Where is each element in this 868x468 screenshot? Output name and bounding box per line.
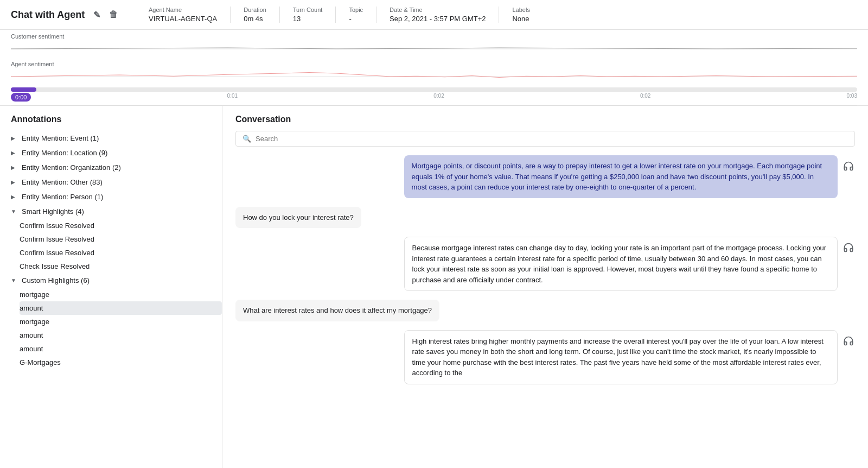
- edit-icon[interactable]: ✎: [93, 10, 100, 20]
- annotation-child-6-3[interactable]: amount: [20, 328, 222, 342]
- annotation-children-6: mortgageamountmortgageamountamountG-Mort…: [0, 288, 222, 369]
- search-input[interactable]: [256, 135, 848, 143]
- agent-sentiment-chart: [11, 68, 857, 85]
- annotation-group-label-1: Entity Mention: Location (9): [22, 149, 107, 157]
- annotation-group-2[interactable]: ▶Entity Mention: Organization (2): [0, 160, 222, 175]
- annotation-children-5: Confirm Issue ResolvedConfirm Issue Reso…: [0, 219, 222, 273]
- agent-bubble-0: Mortgage points, or discount points, are…: [404, 155, 838, 198]
- annotation-child-5-0[interactable]: Confirm Issue Resolved: [20, 219, 222, 232]
- timeline-labels: 0:00 0:01 0:02 0:02 0:03: [11, 93, 857, 105]
- annotation-group-5[interactable]: ▼Smart Highlights (4)Confirm Issue Resol…: [0, 204, 222, 273]
- agent-sentiment-label: Agent sentiment: [11, 59, 857, 68]
- message-row-2: Because mortgage interest rates can chan…: [235, 237, 855, 291]
- search-bar[interactable]: 🔍: [235, 131, 855, 147]
- header-meta-topic: Topic-: [335, 7, 376, 23]
- meta-label-2: Turn Count: [293, 7, 323, 13]
- user-bubble-1: How do you lock your interest rate?: [235, 207, 361, 229]
- annotation-child-5-2[interactable]: Confirm Issue Resolved: [20, 246, 222, 260]
- annotations-groups: ▶Entity Mention: Event (1)▶Entity Mentio…: [0, 131, 222, 369]
- chevron-icon-6: ▼: [11, 277, 17, 283]
- meta-value-5: None: [512, 15, 529, 23]
- search-icon: 🔍: [242, 135, 251, 143]
- message-row-1: How do you lock your interest rate?: [235, 207, 855, 229]
- message-row-0: Mortgage points, or discount points, are…: [235, 155, 855, 198]
- page-title: Chat with Agent: [11, 9, 85, 21]
- customer-sentiment-label: Customer sentiment: [11, 30, 857, 41]
- annotation-group-header-3[interactable]: ▶Entity Mention: Other (83): [0, 175, 222, 189]
- chevron-icon-2: ▶: [11, 165, 17, 170]
- page-header: Chat with Agent ✎ 🗑 Agent NameVIRTUAL-AG…: [0, 0, 868, 30]
- meta-label-3: Topic: [349, 7, 363, 13]
- user-bubble-3: What are interest rates and how does it …: [235, 300, 439, 321]
- annotation-group-0[interactable]: ▶Entity Mention: Event (1): [0, 131, 222, 146]
- meta-label-4: Date & Time: [390, 7, 486, 13]
- audio-icon-0[interactable]: [842, 160, 855, 173]
- time-label-4: 0:03: [847, 93, 857, 102]
- annotation-child-5-3[interactable]: Check Issue Resolved: [20, 260, 222, 273]
- audio-icon-4[interactable]: [842, 334, 855, 347]
- annotation-group-label-5: Smart Highlights (4): [22, 207, 84, 216]
- meta-value-0: VIRTUAL-AGENT-QA: [149, 15, 217, 23]
- customer-sentiment-chart: [11, 41, 857, 57]
- message-row-4: High interest rates bring higher monthly…: [235, 330, 855, 384]
- agent-bubble-2: Because mortgage interest rates can chan…: [404, 237, 838, 291]
- meta-label-1: Duration: [244, 7, 266, 13]
- time-label-1: 0:01: [227, 93, 238, 102]
- header-meta-labels: LabelsNone: [499, 7, 542, 23]
- chevron-icon-4: ▶: [11, 194, 17, 200]
- header-meta-turn-count: Turn Count13: [279, 7, 336, 23]
- annotation-group-header-1[interactable]: ▶Entity Mention: Location (9): [0, 146, 222, 160]
- main-content: Annotations ▶Entity Mention: Event (1)▶E…: [0, 106, 868, 468]
- agent-bubble-4: High interest rates bring higher monthly…: [404, 330, 838, 384]
- header-title-section: Chat with Agent ✎ 🗑: [11, 9, 119, 21]
- annotation-group-4[interactable]: ▶Entity Mention: Person (1): [0, 189, 222, 204]
- annotation-group-label-0: Entity Mention: Event (1): [22, 134, 99, 142]
- annotation-child-6-0[interactable]: mortgage: [20, 288, 222, 301]
- annotation-group-label-2: Entity Mention: Organization (2): [22, 163, 121, 172]
- annotation-child-6-4[interactable]: amount: [20, 342, 222, 356]
- conversation-panel[interactable]: Conversation 🔍 Mortgage points, or disco…: [222, 106, 868, 468]
- chevron-icon-0: ▶: [11, 135, 17, 141]
- annotation-child-6-2[interactable]: mortgage: [20, 315, 222, 328]
- annotation-child-5-1[interactable]: Confirm Issue Resolved: [20, 232, 222, 246]
- chevron-icon-1: ▶: [11, 150, 17, 156]
- header-meta-duration: Duration0m 4s: [230, 7, 279, 23]
- annotation-group-label-4: Entity Mention: Person (1): [22, 193, 103, 201]
- annotation-group-label-6: Custom Highlights (6): [22, 276, 90, 284]
- sentiment-section: Customer sentiment Agent sentiment 0:00 …: [0, 30, 868, 106]
- header-meta: Agent NameVIRTUAL-AGENT-QADuration0m 4sT…: [136, 7, 857, 23]
- annotation-group-6[interactable]: ▼Custom Highlights (6)mortgageamountmort…: [0, 273, 222, 369]
- annotation-group-1[interactable]: ▶Entity Mention: Location (9): [0, 146, 222, 160]
- meta-value-4: Sep 2, 2021 - 3:57 PM GMT+2: [390, 15, 486, 23]
- annotation-child-6-5[interactable]: G-Mortgages: [20, 356, 222, 369]
- time-label-2: 0:02: [433, 93, 444, 102]
- annotation-group-header-0[interactable]: ▶Entity Mention: Event (1): [0, 131, 222, 146]
- meta-value-1: 0m 4s: [244, 15, 266, 23]
- meta-value-3: -: [349, 15, 363, 23]
- annotations-panel: Annotations ▶Entity Mention: Event (1)▶E…: [0, 106, 222, 468]
- annotation-child-6-1[interactable]: amount: [20, 301, 222, 315]
- header-meta-date-&-time: Date & TimeSep 2, 2021 - 3:57 PM GMT+2: [376, 7, 499, 23]
- messages-container: Mortgage points, or discount points, are…: [235, 155, 855, 384]
- audio-icon-2[interactable]: [842, 241, 855, 254]
- annotation-group-3[interactable]: ▶Entity Mention: Other (83): [0, 175, 222, 189]
- annotation-group-label-3: Entity Mention: Other (83): [22, 178, 103, 186]
- annotation-group-header-2[interactable]: ▶Entity Mention: Organization (2): [0, 160, 222, 175]
- message-row-3: What are interest rates and how does it …: [235, 300, 855, 321]
- meta-label-0: Agent Name: [149, 7, 217, 13]
- time-label-0: 0:00: [11, 93, 31, 102]
- annotation-group-header-6[interactable]: ▼Custom Highlights (6): [0, 273, 222, 288]
- chevron-icon-5: ▼: [11, 208, 17, 214]
- annotation-group-header-5[interactable]: ▼Smart Highlights (4): [0, 204, 222, 219]
- meta-value-2: 13: [293, 15, 323, 23]
- delete-icon[interactable]: 🗑: [109, 10, 118, 20]
- header-meta-agent-name: Agent NameVIRTUAL-AGENT-QA: [136, 7, 230, 23]
- meta-label-5: Labels: [512, 7, 529, 13]
- annotations-title: Annotations: [0, 115, 222, 131]
- chevron-icon-3: ▶: [11, 179, 17, 185]
- annotation-group-header-4[interactable]: ▶Entity Mention: Person (1): [0, 189, 222, 204]
- time-label-3: 0:02: [640, 93, 650, 102]
- conversation-title: Conversation: [235, 115, 855, 124]
